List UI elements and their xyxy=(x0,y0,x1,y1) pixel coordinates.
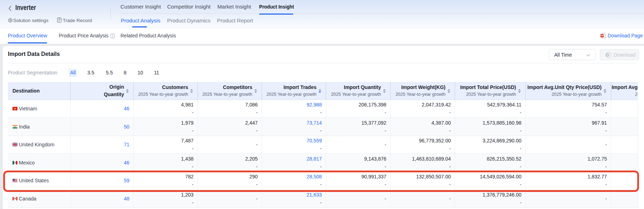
svg-text:PDF: PDF xyxy=(601,35,604,37)
svg-text:X: X xyxy=(607,54,608,56)
